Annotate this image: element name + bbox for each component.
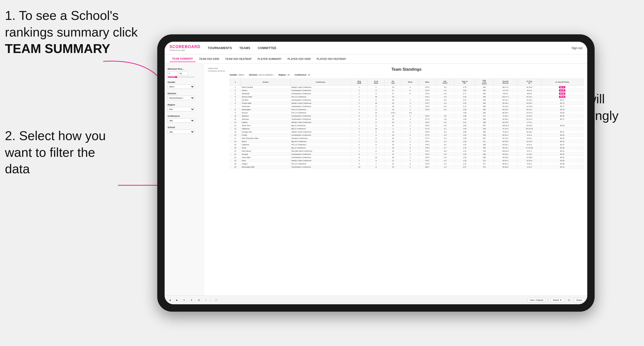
subnav-player-h2h-grid[interactable]: PLAYER H2H GRID: [285, 56, 313, 62]
filter-school-select[interactable]: (All): [168, 130, 194, 134]
subnav-player-summary[interactable]: PLAYER SUMMARY: [255, 56, 284, 62]
filter-gender-select[interactable]: Men's: [168, 84, 194, 89]
filter-conference-select[interactable]: (All): [168, 118, 194, 123]
table-cell: 5: [351, 159, 368, 162]
table-cell: Florida State: [240, 102, 290, 105]
table-cell: 270: [475, 166, 494, 169]
table-division-filter: Division: NCAA Division I: [249, 74, 274, 76]
table-cell: 11: [230, 118, 240, 121]
table-cell: 23: [230, 156, 240, 159]
table-cell: 1.21: [454, 162, 475, 166]
tablet-screen: SCOREBOARD Powered by clippi TOURNAMENTS…: [164, 42, 587, 304]
nav-teams[interactable]: TEAMS: [239, 46, 250, 50]
table-cell: Southeastern Conference: [290, 114, 351, 118]
table-cell: 82.58: [541, 162, 583, 166]
table-cell: 276.9: [419, 114, 436, 118]
nav-signout[interactable]: Sign out: [572, 46, 582, 50]
table-cell: 4: [351, 130, 368, 134]
grid-icon-btn[interactable]: ⊟: [566, 298, 572, 302]
table-cell: 80.54: [541, 153, 583, 156]
clock-btn[interactable]: 🕐: [213, 298, 219, 302]
table-cell: 282: [475, 86, 494, 89]
table-cell: Pac-12 Conference: [290, 108, 351, 111]
share-icon-btn[interactable]: ⬆: [189, 298, 194, 302]
refresh-btn[interactable]: ↻: [182, 298, 187, 302]
subnav-team-summary[interactable]: TEAM SUMMARY: [170, 56, 196, 62]
table-cell: 265: [475, 95, 494, 98]
filter-rank-slider[interactable]: [168, 77, 194, 78]
table-cell: 61-21-0: [494, 105, 518, 108]
nav-tournaments[interactable]: TOURNAMENTS: [208, 46, 232, 50]
table-cell: 9: [351, 162, 368, 166]
table-cell: Arkansas: [240, 118, 290, 121]
table-cell: 1.85: [454, 124, 475, 127]
table-cell: 82.33: [541, 111, 583, 114]
table-cell: 1.55: [454, 137, 475, 140]
table-cell: 15-32-0: [518, 124, 541, 127]
table-cell: 1: [351, 95, 368, 98]
logo-sub: Powered by clippi: [170, 49, 200, 51]
table-cell: 23: [384, 118, 402, 121]
instruction-2: 2. Select how you want to filter the dat…: [5, 128, 123, 177]
table-row: 12VirginiaAtlantic Coast Conference38241…: [230, 121, 583, 124]
table-cell: Florida: [240, 134, 290, 137]
table-cell: 8: [368, 143, 384, 146]
filter-rank-max-input[interactable]: [178, 71, 188, 76]
table-cell: 23: [384, 108, 402, 111]
grid-btn[interactable]: ⊞: [196, 298, 202, 302]
filter-division-label: Division: [168, 92, 201, 95]
subnav-team-h2h-heatmap[interactable]: TEAM H2H HEATMAP: [223, 56, 254, 62]
table-cell: 86-26-1: [494, 111, 518, 114]
instruction-1: 1. To see a School's rankings summary cl…: [5, 7, 142, 57]
plus-btn[interactable]: +: [204, 298, 208, 302]
view-original-btn[interactable]: View: Original: [528, 298, 546, 302]
col-conference: Conference: [290, 79, 351, 86]
table-row: 21New MexicoMountain West Conference1823…: [230, 150, 583, 153]
table-cell: Southeastern Conference: [290, 89, 351, 92]
forward-btn[interactable]: ▶: [175, 298, 179, 302]
table-cell: 83.27: [541, 98, 583, 102]
subnav-team-h2h-grid[interactable]: TEAM H2H GRID: [196, 56, 222, 62]
table-cell: 30-4-0: [518, 89, 541, 92]
table-cell: 1: [402, 121, 419, 124]
table-head: # School Conference RegRank ConfRank NoT…: [230, 79, 583, 86]
watch-btn[interactable]: Watch ▼: [551, 298, 564, 302]
table-cell: 4: [230, 95, 240, 98]
table-cell: 271: [475, 162, 494, 166]
table-cell: 10: [230, 114, 240, 118]
col-rank: #: [230, 79, 240, 86]
table-cell: 8: [230, 108, 240, 111]
nav-committee[interactable]: COMMITTEE: [258, 46, 277, 50]
table-cell: 1: [351, 89, 368, 92]
table-cell: 260: [475, 89, 494, 92]
table-cell: 10: [351, 166, 368, 169]
table-cell: 264: [475, 102, 494, 105]
table-cell: 279.5: [419, 162, 436, 166]
table-cell: 20: [230, 146, 240, 150]
table-cell: 11-19-0: [518, 105, 541, 108]
table-cell: 23: [384, 150, 402, 153]
table-cell: East Tennessee State: [240, 137, 290, 140]
table-gender-filter: Gender: Men's: [230, 74, 244, 76]
table-cell: -5.1: [436, 143, 454, 146]
table-cell: 2.37: [454, 98, 475, 102]
col-avg-to-par: Avg. toPar: [454, 79, 475, 86]
filter-school-label: School: [168, 126, 201, 129]
filter-gender: Gender Men's: [168, 81, 201, 89]
table-cell: 1: [230, 86, 240, 89]
filter-rank-min-input[interactable]: [168, 71, 178, 76]
table-cell: 276.3: [419, 121, 436, 124]
share-btn[interactable]: Share: [574, 298, 584, 302]
subnav-player-h2h-heatmap[interactable]: PLAYER H2H HEATMAP: [314, 56, 348, 62]
table-cell: 82.27: [541, 143, 583, 146]
back-btn[interactable]: ◀: [168, 298, 172, 302]
table-cell: 1.30: [454, 156, 475, 159]
table-cell: 277.5: [419, 134, 436, 137]
filter-region-select[interactable]: N/A: [168, 107, 194, 111]
table-cell: 2: [402, 143, 419, 146]
table-cell: 92-40-3: [494, 156, 518, 159]
table-cell: 80.34: [541, 140, 583, 143]
table-cell: 13-24-1: [518, 114, 541, 118]
filter-division-select[interactable]: NCAA Division I: [168, 96, 194, 100]
table-cell: 80.13: [541, 166, 583, 169]
